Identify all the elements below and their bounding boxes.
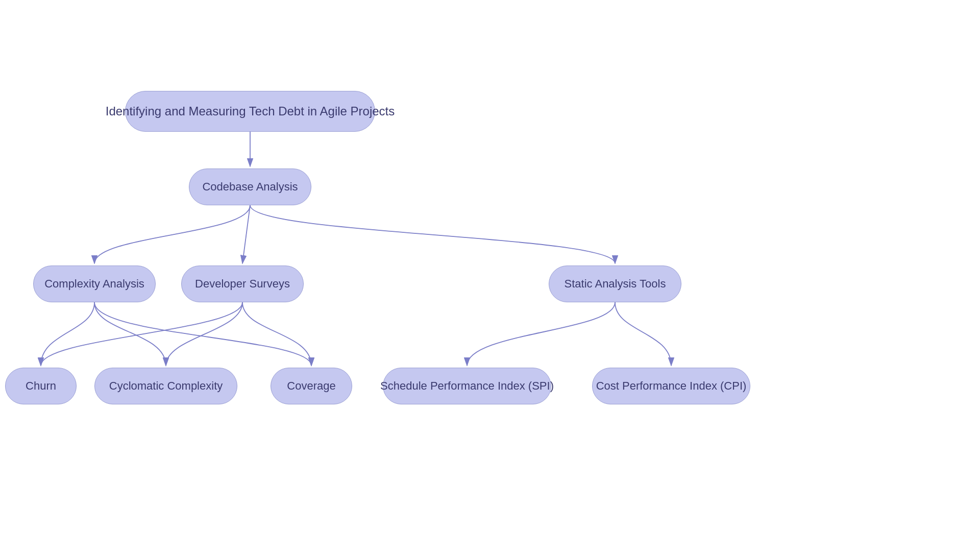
static-label: Static Analysis Tools [565, 277, 666, 291]
churn-label: Churn [26, 379, 56, 393]
cyclomatic-node: Cyclomatic Complexity [94, 368, 237, 404]
surveys-label: Developer Surveys [195, 277, 290, 291]
cpi-node: Cost Performance Index (CPI) [592, 368, 750, 404]
svg-line-2 [242, 205, 250, 263]
cpi-label: Cost Performance Index (CPI) [596, 379, 747, 393]
surveys-node: Developer Surveys [181, 266, 304, 302]
diagram-container: Identifying and Measuring Tech Debt in A… [0, 0, 980, 553]
coverage-node: Coverage [271, 368, 352, 404]
cyclomatic-label: Cyclomatic Complexity [109, 379, 223, 393]
complexity-label: Complexity Analysis [44, 277, 144, 291]
root-node: Identifying and Measuring Tech Debt in A… [125, 91, 375, 132]
codebase-label: Codebase Analysis [202, 180, 298, 194]
complexity-node: Complexity Analysis [33, 266, 156, 302]
churn-node: Churn [5, 368, 77, 404]
spi-node: Schedule Performance Index (SPI) [383, 368, 551, 404]
codebase-node: Codebase Analysis [189, 169, 311, 205]
root-label: Identifying and Measuring Tech Debt in A… [106, 104, 395, 118]
spi-label: Schedule Performance Index (SPI) [380, 379, 554, 393]
static-node: Static Analysis Tools [549, 266, 681, 302]
coverage-label: Coverage [287, 379, 335, 393]
